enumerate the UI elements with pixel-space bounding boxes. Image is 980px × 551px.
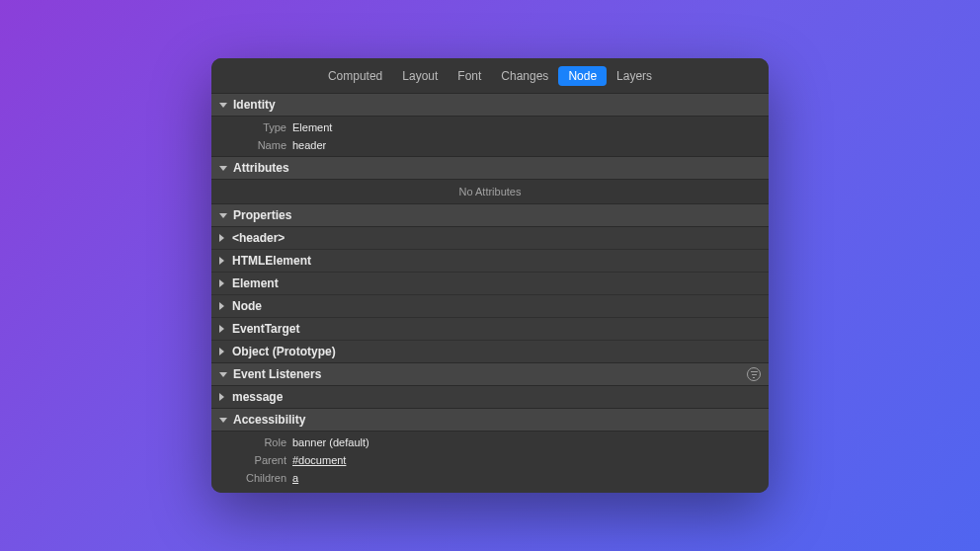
chevron-right-icon — [219, 234, 224, 242]
section-header-event-listeners[interactable]: Event Listeners — [211, 362, 769, 386]
tab-computed[interactable]: Computed — [318, 66, 392, 86]
chevron-right-icon — [219, 348, 224, 355]
property-row-node[interactable]: Node — [211, 295, 769, 318]
identity-name-value: header — [292, 136, 769, 154]
identity-name-row: Name header — [211, 136, 769, 154]
chevron-right-icon — [219, 325, 224, 333]
accessibility-role-value: banner (default) — [292, 433, 769, 451]
property-label: Node — [232, 299, 262, 313]
accessibility-parent-row: Parent #document — [211, 451, 769, 469]
attributes-empty-note: No Attributes — [211, 182, 769, 201]
section-body-attributes: No Attributes — [211, 180, 769, 203]
event-listener-label: message — [232, 390, 283, 404]
tab-layout[interactable]: Layout — [392, 66, 448, 86]
section-header-attributes[interactable]: Attributes — [211, 156, 769, 180]
inspector-panel: Computed Layout Font Changes Node Layers… — [211, 58, 769, 493]
chevron-right-icon — [219, 302, 224, 310]
section-header-identity[interactable]: Identity — [211, 93, 769, 117]
section-title-properties: Properties — [233, 208, 291, 222]
accessibility-children-label: Children — [211, 469, 292, 487]
chevron-down-icon — [219, 418, 227, 423]
chevron-down-icon — [219, 103, 227, 108]
identity-name-label: Name — [211, 136, 292, 154]
identity-type-value: Element — [292, 118, 769, 136]
filter-icon[interactable] — [747, 367, 761, 381]
section-title-accessibility: Accessibility — [233, 413, 305, 427]
identity-type-row: Type Element — [211, 118, 769, 136]
section-body-identity: Type Element Name header — [211, 117, 769, 156]
property-row-element[interactable]: Element — [211, 273, 769, 295]
accessibility-parent-label: Parent — [211, 451, 292, 469]
property-row-eventtarget[interactable]: EventTarget — [211, 318, 769, 341]
tab-bar: Computed Layout Font Changes Node Layers — [211, 58, 769, 93]
property-label: HTMLElement — [232, 254, 311, 268]
chevron-down-icon — [219, 166, 227, 171]
section-body-properties: <header> HTMLElement Element Node EventT… — [211, 227, 769, 362]
accessibility-role-row: Role banner (default) — [211, 433, 769, 451]
accessibility-children-row: Children a — [211, 469, 769, 487]
property-label: <header> — [232, 231, 285, 245]
section-title-event-listeners: Event Listeners — [233, 367, 321, 381]
section-header-accessibility[interactable]: Accessibility — [211, 408, 769, 432]
chevron-right-icon — [219, 279, 224, 287]
section-title-attributes: Attributes — [233, 161, 289, 175]
accessibility-children-value[interactable]: a — [292, 469, 769, 487]
section-header-properties[interactable]: Properties — [211, 203, 769, 227]
accessibility-role-label: Role — [211, 433, 292, 451]
property-label: Element — [232, 276, 279, 290]
property-row-object-prototype[interactable]: Object (Prototype) — [211, 341, 769, 362]
section-body-event-listeners: message — [211, 386, 769, 408]
event-listener-row-message[interactable]: message — [211, 386, 769, 408]
property-row-header[interactable]: <header> — [211, 227, 769, 250]
property-row-htmlelement[interactable]: HTMLElement — [211, 250, 769, 273]
tab-font[interactable]: Font — [448, 66, 491, 86]
section-title-identity: Identity — [233, 98, 276, 112]
chevron-right-icon — [219, 257, 224, 265]
property-label: Object (Prototype) — [232, 345, 336, 358]
chevron-down-icon — [219, 213, 227, 218]
property-label: EventTarget — [232, 322, 299, 336]
tab-node[interactable]: Node — [558, 66, 607, 86]
accessibility-parent-value[interactable]: #document — [292, 451, 769, 469]
identity-type-label: Type — [211, 118, 292, 136]
tab-changes[interactable]: Changes — [491, 66, 558, 86]
chevron-down-icon — [219, 372, 227, 377]
chevron-right-icon — [219, 393, 224, 401]
section-body-accessibility: Role banner (default) Parent #document C… — [211, 432, 769, 493]
tab-layers[interactable]: Layers — [607, 66, 662, 86]
